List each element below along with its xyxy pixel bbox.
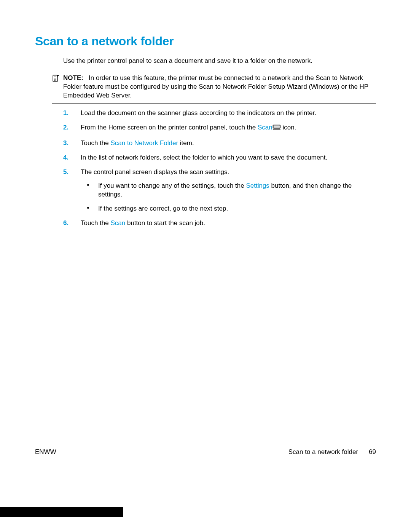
step-item: Load the document on the scanner glass a… bbox=[63, 109, 376, 118]
footer-page-number: 69 bbox=[369, 448, 376, 456]
intro-paragraph: Use the printer control panel to scan a … bbox=[63, 57, 376, 66]
svg-rect-6 bbox=[274, 125, 280, 128]
footer-section-label: Scan to a network folder bbox=[288, 448, 358, 456]
highlight-text: Scan bbox=[258, 124, 272, 131]
redaction-bar bbox=[0, 507, 123, 517]
sub-item: If you want to change any of the setting… bbox=[81, 182, 376, 199]
step-item: Touch the Scan to Network Folder item. bbox=[63, 139, 376, 148]
svg-rect-0 bbox=[53, 75, 57, 81]
footer-left: ENWW bbox=[35, 448, 56, 456]
highlight-text: Settings bbox=[246, 182, 269, 189]
note-label: NOTE: bbox=[63, 74, 83, 81]
step-text: In the list of network folders, select t… bbox=[81, 154, 327, 161]
steps-list: Load the document on the scanner glass a… bbox=[63, 109, 376, 228]
note-body: In order to use this feature, the printe… bbox=[63, 74, 368, 99]
step-text: button to start the scan job. bbox=[125, 219, 205, 227]
note-box: NOTE: In order to use this feature, the … bbox=[52, 71, 376, 104]
sub-list: If you want to change any of the setting… bbox=[81, 182, 376, 213]
page-title: Scan to a network folder bbox=[35, 34, 376, 48]
step-text: If you want to change any of the setting… bbox=[98, 182, 246, 189]
step-text: The control panel screen displays the sc… bbox=[81, 168, 229, 176]
step-text: Touch the bbox=[81, 139, 110, 147]
note-text: NOTE: In order to use this feature, the … bbox=[63, 74, 376, 100]
step-item: In the list of network folders, select t… bbox=[63, 153, 376, 162]
scanner-icon bbox=[272, 125, 281, 133]
step-text: If the settings are correct, go to the n… bbox=[98, 205, 228, 212]
step-item: The control panel screen displays the sc… bbox=[63, 168, 376, 214]
step-text: Load the document on the scanner glass a… bbox=[81, 109, 316, 117]
footer: ENWW Scan to a network folder 69 bbox=[35, 448, 376, 456]
step-text: From the Home screen on the printer cont… bbox=[81, 124, 258, 131]
step-text: item. bbox=[178, 139, 194, 147]
note-icon bbox=[52, 74, 60, 84]
step-text: Touch the bbox=[81, 219, 110, 227]
step-item: From the Home screen on the printer cont… bbox=[63, 123, 376, 133]
step-text: icon. bbox=[281, 124, 296, 131]
sub-item: If the settings are correct, go to the n… bbox=[81, 204, 376, 213]
highlight-text: Scan bbox=[110, 219, 125, 227]
highlight-text: Scan to Network Folder bbox=[110, 139, 178, 147]
step-item: Touch the Scan button to start the scan … bbox=[63, 219, 376, 228]
